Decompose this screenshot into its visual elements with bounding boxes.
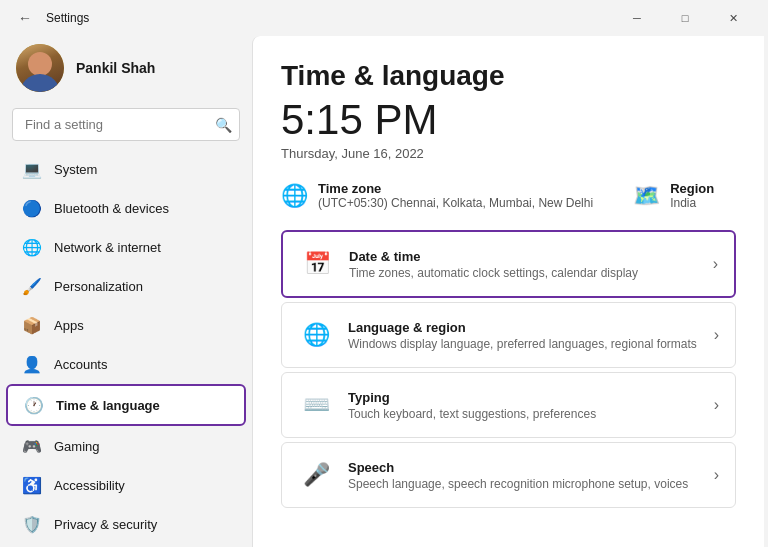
sidebar-item-label: Privacy & security [54,517,157,532]
region-value: India [670,196,714,210]
sidebar: Pankil Shah 🔍 💻 System 🔵 Bluetooth & dev… [0,32,252,547]
title-bar-controls: ─ □ ✕ [614,7,756,29]
user-profile[interactable]: Pankil Shah [0,32,252,108]
info-row: 🌐 Time zone (UTC+05:30) Chennai, Kolkata… [281,181,736,210]
page-title: Time & language [281,60,736,92]
sidebar-item-privacy[interactable]: 🛡️ Privacy & security [6,505,246,543]
bluetooth-icon: 🔵 [22,198,42,218]
sidebar-item-label: Network & internet [54,240,161,255]
language-region-title: Language & region [348,320,700,335]
typing-chevron: › [714,396,719,414]
time-display: 5:15 PM [281,96,736,144]
typing-icon: ⌨️ [298,387,334,423]
timezone-info: 🌐 Time zone (UTC+05:30) Chennai, Kolkata… [281,181,593,210]
sidebar-item-gaming[interactable]: 🎮 Gaming [6,427,246,465]
sidebar-item-label: Apps [54,318,84,333]
language-region-chevron: › [714,326,719,344]
sidebar-item-label: Gaming [54,439,100,454]
sidebar-item-network[interactable]: 🌐 Network & internet [6,228,246,266]
speech-title: Speech [348,460,700,475]
minimize-button[interactable]: ─ [614,7,660,29]
title-bar-title: Settings [46,11,89,25]
date-time-chevron: › [713,255,718,273]
search-icon: 🔍 [215,117,232,133]
sidebar-item-bluetooth[interactable]: 🔵 Bluetooth & devices [6,189,246,227]
sidebar-item-label: Time & language [56,398,160,413]
network-icon: 🌐 [22,237,42,257]
sidebar-item-personalization[interactable]: 🖌️ Personalization [6,267,246,305]
avatar [16,44,64,92]
close-button[interactable]: ✕ [710,7,756,29]
sidebar-item-accounts[interactable]: 👤 Accounts [6,345,246,383]
sidebar-item-label: Accessibility [54,478,125,493]
timezone-value: (UTC+05:30) Chennai, Kolkata, Mumbai, Ne… [318,196,593,210]
date-display: Thursday, June 16, 2022 [281,146,736,161]
speech-chevron: › [714,466,719,484]
accessibility-icon: ♿ [22,475,42,495]
timezone-label: Time zone [318,181,593,196]
sidebar-item-accessibility[interactable]: ♿ Accessibility [6,466,246,504]
time-language-icon: 🕐 [24,395,44,415]
speech-desc: Speech language, speech recognition micr… [348,477,700,491]
sidebar-item-apps[interactable]: 📦 Apps [6,306,246,344]
search-box: 🔍 [12,108,240,141]
typing-desc: Touch keyboard, text suggestions, prefer… [348,407,700,421]
settings-item-typing[interactable]: ⌨️ Typing Touch keyboard, text suggestio… [281,372,736,438]
language-region-icon: 🌐 [298,317,334,353]
sidebar-item-system[interactable]: 💻 System [6,150,246,188]
search-input[interactable] [12,108,240,141]
accounts-icon: 👤 [22,354,42,374]
sidebar-item-label: Accounts [54,357,107,372]
personalization-icon: 🖌️ [22,276,42,296]
settings-list: 📅 Date & time Time zones, automatic cloc… [281,230,736,512]
main-layout: Pankil Shah 🔍 💻 System 🔵 Bluetooth & dev… [0,32,768,547]
content-area: Time & language 5:15 PM Thursday, June 1… [252,36,764,547]
timezone-icon: 🌐 [281,183,308,209]
apps-icon: 📦 [22,315,42,335]
sidebar-item-label: System [54,162,97,177]
region-icon: 🗺️ [633,183,660,209]
system-icon: 💻 [22,159,42,179]
sidebar-item-time-language[interactable]: 🕐 Time & language [6,384,246,426]
user-name: Pankil Shah [76,60,155,76]
date-time-desc: Time zones, automatic clock settings, ca… [349,266,699,280]
nav-list: 💻 System 🔵 Bluetooth & devices 🌐 Network… [0,149,252,547]
region-label: Region [670,181,714,196]
typing-title: Typing [348,390,700,405]
title-bar: ← Settings ─ □ ✕ [0,0,768,32]
language-region-desc: Windows display language, preferred lang… [348,337,700,351]
sidebar-item-label: Bluetooth & devices [54,201,169,216]
settings-item-speech[interactable]: 🎤 Speech Speech language, speech recogni… [281,442,736,508]
speech-icon: 🎤 [298,457,334,493]
sidebar-item-label: Personalization [54,279,143,294]
title-bar-left: ← Settings [12,8,89,28]
privacy-icon: 🛡️ [22,514,42,534]
settings-item-date-time[interactable]: 📅 Date & time Time zones, automatic cloc… [281,230,736,298]
maximize-button[interactable]: □ [662,7,708,29]
gaming-icon: 🎮 [22,436,42,456]
date-time-icon: 📅 [299,246,335,282]
region-info: 🗺️ Region India [633,181,714,210]
back-button[interactable]: ← [12,8,38,28]
settings-item-language-region[interactable]: 🌐 Language & region Windows display lang… [281,302,736,368]
date-time-title: Date & time [349,249,699,264]
